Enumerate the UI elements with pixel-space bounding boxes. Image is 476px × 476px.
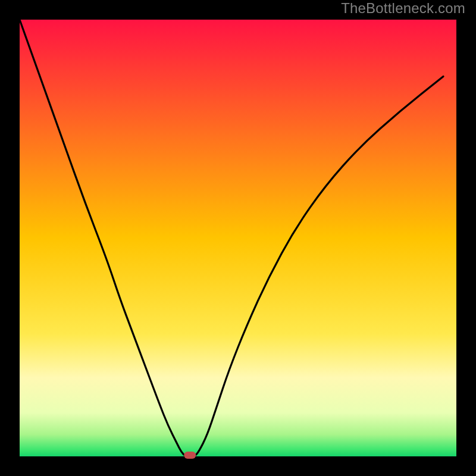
- chart-frame: TheBottleneck.com: [0, 0, 476, 476]
- optimal-point-marker: [184, 452, 196, 459]
- gradient-background: [20, 20, 456, 456]
- bottleneck-chart: [0, 0, 476, 476]
- watermark-text: TheBottleneck.com: [341, 0, 465, 17]
